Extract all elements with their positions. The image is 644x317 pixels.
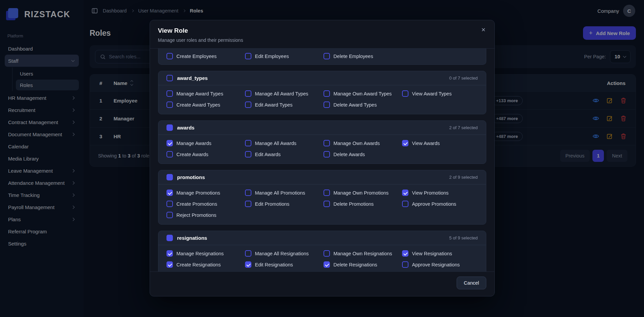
checkbox[interactable] — [245, 151, 251, 157]
checkbox[interactable] — [324, 201, 330, 207]
checkbox[interactable] — [245, 250, 251, 257]
modal-header: View Role Manage user roles and their pe… — [150, 20, 494, 48]
permission-item[interactable]: Manage Awards — [166, 140, 242, 146]
group-checkbox[interactable] — [166, 174, 173, 180]
checkbox[interactable] — [166, 140, 173, 146]
permission-label: View Promotions — [412, 190, 449, 196]
checkbox[interactable] — [166, 212, 173, 218]
permission-item[interactable]: Approve Promotions — [402, 201, 478, 207]
permission-label: Manage Own Awards — [334, 141, 380, 146]
permission-item[interactable]: Manage Own Award Types — [324, 90, 399, 97]
permission-group-award-types: award_types 0 of 7 selected Manage Award… — [158, 71, 486, 114]
checkbox[interactable] — [245, 140, 251, 146]
permission-label: Manage All Award Types — [255, 91, 308, 96]
group-checkbox[interactable] — [166, 124, 173, 131]
permission-label: Create Award Types — [177, 102, 220, 108]
checkbox[interactable] — [324, 190, 330, 196]
permission-label: Manage Awards — [177, 141, 212, 146]
permission-label: View Award Types — [412, 91, 452, 96]
permission-item[interactable]: Manage Own Promotions — [324, 190, 399, 196]
group-checkbox[interactable] — [166, 235, 173, 241]
checkbox[interactable] — [245, 102, 251, 108]
permission-label: Manage Resignations — [177, 251, 224, 256]
group-checkbox[interactable] — [166, 75, 173, 81]
checkbox[interactable] — [245, 53, 251, 59]
permission-item[interactable]: Reject Promotions — [166, 212, 242, 218]
permission-item[interactable]: Manage Own Awards — [324, 140, 399, 146]
checkbox[interactable] — [324, 151, 330, 157]
permission-item[interactable]: Manage Promotions — [166, 190, 242, 196]
checkbox[interactable] — [166, 250, 173, 257]
permission-item[interactable]: Delete Resignations — [324, 261, 399, 268]
permission-item[interactable]: View Resignations — [402, 250, 478, 257]
checkbox[interactable] — [245, 261, 251, 268]
permission-item[interactable]: Manage All Awards — [245, 140, 321, 146]
permission-item[interactable]: Delete Promotions — [324, 201, 399, 207]
cancel-button[interactable]: Cancel — [457, 277, 486, 289]
checkbox[interactable] — [245, 90, 251, 97]
checkbox[interactable] — [324, 250, 330, 257]
permission-label: Reject Promotions — [177, 212, 216, 218]
permission-item[interactable]: Edit Employees — [245, 53, 321, 59]
checkbox[interactable] — [402, 261, 408, 268]
close-icon[interactable]: ✕ — [479, 25, 488, 34]
permission-item[interactable]: Manage Own Resignations — [324, 250, 399, 257]
permission-item[interactable]: View Awards — [402, 140, 478, 146]
checkbox[interactable] — [166, 190, 173, 196]
checkbox[interactable] — [402, 90, 408, 97]
checkbox[interactable] — [324, 53, 330, 59]
permission-label: Manage All Awards — [255, 141, 297, 146]
permission-item[interactable]: Create Awards — [166, 151, 242, 157]
checkbox[interactable] — [245, 201, 251, 207]
permission-label: Create Promotions — [177, 201, 217, 207]
checkbox[interactable] — [402, 140, 408, 146]
permission-item[interactable]: Create Employees — [166, 53, 242, 59]
permission-label: Manage Own Award Types — [334, 91, 392, 96]
permission-label: Delete Employees — [334, 54, 373, 59]
permission-item[interactable]: Delete Awards — [324, 151, 399, 157]
permission-item[interactable]: Edit Resignations — [245, 261, 321, 268]
permission-item[interactable]: Edit Awards — [245, 151, 321, 157]
permission-item[interactable]: Edit Award Types — [245, 102, 321, 108]
checkbox[interactable] — [166, 90, 173, 97]
checkbox[interactable] — [402, 201, 408, 207]
permission-item[interactable]: Manage Award Types — [166, 90, 242, 97]
permission-item[interactable]: Edit Promotions — [245, 201, 321, 207]
permission-label: Manage All Resignations — [255, 251, 309, 256]
checkbox[interactable] — [166, 201, 173, 207]
permissions-scroll-area[interactable]: Create Employees Edit Employees Delete E… — [150, 48, 494, 272]
group-name: resignations — [177, 235, 207, 241]
checkbox[interactable] — [324, 140, 330, 146]
permission-item[interactable]: Approve Resignations — [402, 261, 478, 268]
checkbox[interactable] — [245, 190, 251, 196]
checkbox[interactable] — [166, 261, 173, 268]
permission-item[interactable]: View Promotions — [402, 190, 478, 196]
permission-group-resignations: resignations 5 of 9 selected Manage Resi… — [158, 231, 486, 272]
permission-item[interactable]: Delete Award Types — [324, 102, 399, 108]
permission-item[interactable]: Create Promotions — [166, 201, 242, 207]
permission-group-employees: Create Employees Edit Employees Delete E… — [158, 49, 486, 65]
checkbox[interactable] — [166, 102, 173, 108]
permission-item[interactable]: Delete Employees — [324, 53, 399, 59]
permission-label: Edit Awards — [255, 152, 281, 157]
permission-item[interactable]: Manage Resignations — [166, 250, 242, 257]
permission-label: Edit Employees — [255, 54, 289, 59]
checkbox[interactable] — [324, 102, 330, 108]
permission-label: Manage Own Resignations — [334, 251, 392, 256]
permission-item[interactable]: View Award Types — [402, 90, 478, 97]
permission-group-awards: awards 2 of 7 selected Manage Awards Man… — [158, 120, 486, 164]
permission-item[interactable]: Manage All Resignations — [245, 250, 321, 257]
permission-item[interactable]: Manage All Promotions — [245, 190, 321, 196]
permission-label: Manage All Promotions — [255, 190, 305, 196]
group-name: awards — [177, 125, 195, 131]
permission-item[interactable]: Create Resignations — [166, 261, 242, 268]
checkbox[interactable] — [166, 53, 173, 59]
checkbox[interactable] — [402, 190, 408, 196]
checkbox[interactable] — [402, 250, 408, 257]
permission-item[interactable]: Manage All Award Types — [245, 90, 321, 97]
checkbox[interactable] — [166, 151, 173, 157]
checkbox[interactable] — [324, 90, 330, 97]
checkbox[interactable] — [324, 261, 330, 268]
permission-item[interactable]: Create Award Types — [166, 102, 242, 108]
modal-title: View Role — [158, 27, 486, 34]
